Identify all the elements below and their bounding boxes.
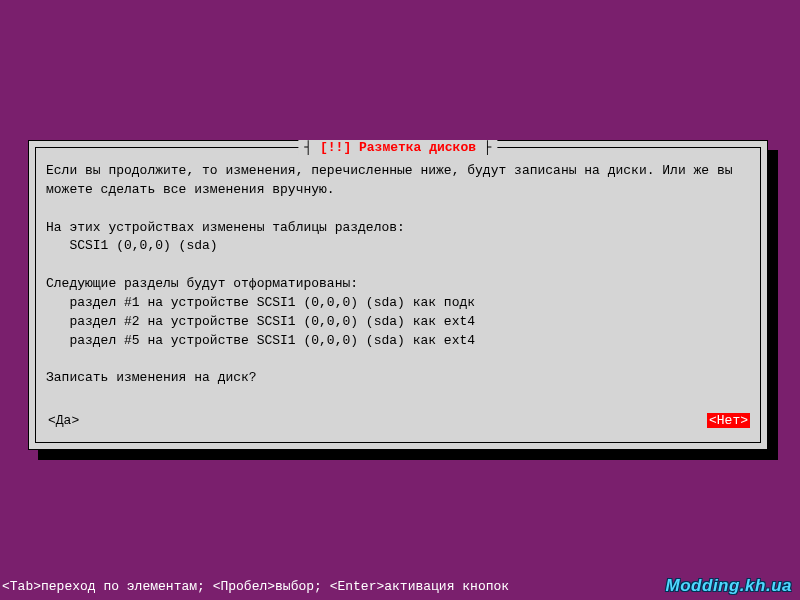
no-button[interactable]: <Нет>	[707, 413, 750, 428]
confirm-question: Записать изменения на диск?	[46, 370, 257, 385]
partition-line-5: раздел #5 на устройстве SCSI1 (0,0,0) (s…	[46, 333, 475, 348]
device-line-1: SCSI1 (0,0,0) (sda)	[46, 238, 218, 253]
title-bracket-right: ├	[476, 140, 492, 155]
format-header: Следующие разделы будут отформатированы:	[46, 276, 358, 291]
yes-button-wrap: <Да>	[46, 413, 81, 428]
title-text: [!!] Разметка дисков	[320, 140, 476, 155]
footer-hints: <Tab>переход по элементам; <Пробел>выбор…	[2, 579, 509, 594]
yes-button[interactable]: <Да>	[46, 413, 81, 428]
dialog-border: ┤ [!!] Разметка дисков ├ Если вы продолж…	[35, 147, 761, 443]
dialog-title: ┤ [!!] Разметка дисков ├	[298, 140, 497, 155]
partition-dialog: ┤ [!!] Разметка дисков ├ Если вы продолж…	[28, 140, 768, 450]
dialog-content: Если вы продолжите, то изменения, перечи…	[36, 148, 760, 402]
devices-header: На этих устройствах изменены таблицы раз…	[46, 220, 405, 235]
button-row: <Да> <Нет>	[46, 413, 750, 428]
title-bracket-left: ┤	[304, 140, 320, 155]
partition-line-1: раздел #1 на устройстве SCSI1 (0,0,0) (s…	[46, 295, 475, 310]
partition-line-2: раздел #2 на устройстве SCSI1 (0,0,0) (s…	[46, 314, 475, 329]
intro-text: Если вы продолжите, то изменения, перечи…	[46, 163, 740, 197]
watermark: Modding.kh.ua	[666, 576, 792, 596]
